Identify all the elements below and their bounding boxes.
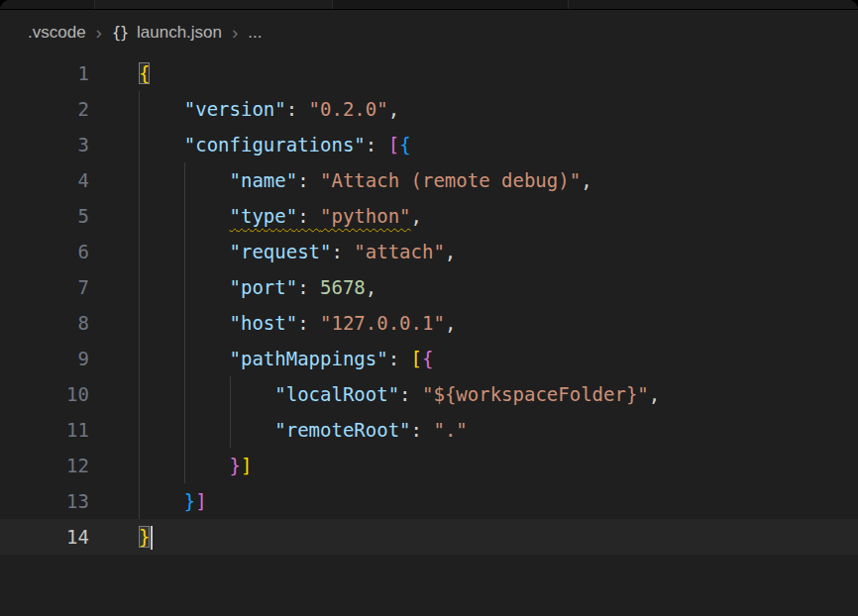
code-token: : (286, 98, 309, 120)
editor-line[interactable]: 9"pathMappings": [{ (0, 341, 858, 376)
tab-strip-segment (95, 0, 333, 9)
line-number[interactable]: 14 (0, 519, 89, 555)
code-token: , (388, 98, 399, 120)
line-number[interactable]: 2 (0, 91, 89, 127)
code-line: "localRoot": "${workspaceFolder}", (139, 376, 660, 412)
editor-line[interactable]: 4"name": "Attach (remote debug)", (0, 162, 858, 198)
code-token: , (366, 276, 376, 298)
indent-spacer (139, 400, 274, 401)
editor-line[interactable]: 12}] (0, 448, 858, 483)
code-line: }] (139, 448, 252, 483)
code-token: : (331, 241, 354, 262)
code-token: "remoteRoot" (274, 419, 410, 441)
code-token: "${workspaceFolder}" (422, 383, 649, 405)
indent-guide (184, 234, 185, 269)
code-token: "attach" (354, 241, 445, 262)
code-token: "python" (320, 205, 411, 227)
code-token: , (581, 169, 591, 191)
indent-guide (139, 162, 140, 198)
indent-guide (184, 376, 185, 412)
code-token: "request" (230, 241, 332, 262)
line-number[interactable]: 13 (0, 483, 89, 519)
line-number[interactable]: 1 (0, 55, 89, 91)
editor-line[interactable]: 6"request": "attach", (0, 234, 858, 269)
code-token: "configurations" (184, 134, 366, 155)
editor-lines: 1{2"version": "0.2.0",3"configurations":… (0, 55, 858, 555)
code-token: "type" (230, 205, 298, 227)
code-token: [ (411, 348, 422, 369)
code-token: , (649, 383, 660, 405)
indent-guide (139, 127, 140, 162)
editor-line[interactable]: 1{ (0, 55, 858, 91)
breadcrumb-symbol-more[interactable]: ... (248, 23, 262, 43)
editor-line[interactable]: 5"type": "python", (0, 198, 858, 234)
tab-strip-segment (0, 0, 95, 9)
code-token: : (366, 134, 388, 155)
breadcrumb-file[interactable]: launch.json (137, 23, 222, 43)
line-number[interactable]: 4 (0, 162, 89, 198)
editor-line[interactable]: 11"remoteRoot": "." (0, 412, 858, 448)
code-line: "pathMappings": [{ (139, 341, 433, 376)
indent-guide (139, 376, 140, 412)
code-token: "version" (184, 98, 286, 120)
breadcrumb-folder[interactable]: .vscode (28, 23, 86, 43)
indent-guide (139, 483, 140, 519)
code-token: , (411, 205, 422, 227)
indent-guide (139, 448, 140, 483)
code-token: : (411, 419, 434, 441)
code-token: "localRoot" (274, 383, 399, 405)
code-token: "." (433, 419, 467, 441)
code-token: "name" (230, 169, 298, 191)
indent-guide (184, 198, 185, 234)
code-token: "pathMappings" (230, 348, 388, 369)
code-token: ] (241, 455, 252, 476)
code-line: { (139, 55, 150, 91)
code-token: { (399, 134, 410, 155)
line-number[interactable]: 3 (0, 127, 89, 162)
breadcrumb: .vscode › {} launch.json › ... (0, 10, 858, 55)
editor-line[interactable]: 7"port": 5678, (0, 269, 858, 305)
code-token: , (445, 241, 456, 262)
indent-guide (184, 412, 185, 448)
line-number[interactable]: 11 (0, 412, 89, 448)
indent-guide (184, 269, 185, 305)
editor-line[interactable]: 13}] (0, 483, 858, 519)
code-token: { (422, 348, 433, 369)
code-token: : (388, 348, 411, 369)
editor-line[interactable]: 2"version": "0.2.0", (0, 91, 858, 127)
indent-guide (184, 341, 185, 376)
chevron-right-icon: › (95, 22, 103, 44)
line-number[interactable]: 12 (0, 448, 89, 483)
editor-line[interactable]: 14} (0, 519, 858, 555)
line-number[interactable]: 8 (0, 305, 89, 341)
indent-spacer (139, 436, 274, 437)
line-number[interactable]: 10 (0, 376, 89, 412)
indent-guide (139, 341, 140, 376)
indent-guide (139, 198, 140, 234)
code-token: "port" (230, 276, 298, 298)
line-number[interactable]: 6 (0, 234, 89, 269)
indent-guide (139, 305, 140, 341)
code-token: { (139, 62, 150, 84)
titlebar (0, 0, 858, 10)
indent-guide (139, 234, 140, 269)
indent-guide (139, 91, 140, 127)
editor-line[interactable]: 3"configurations": [{ (0, 127, 858, 162)
indent-spacer (139, 151, 184, 152)
indent-spacer (139, 115, 184, 116)
editor[interactable]: 1{2"version": "0.2.0",3"configurations":… (0, 55, 858, 555)
json-file-icon: {} (112, 24, 128, 42)
indent-spacer (139, 507, 184, 508)
code-token: 5678 (320, 276, 366, 298)
code-token: "host" (230, 312, 298, 334)
code-token: : (297, 205, 320, 227)
editor-line[interactable]: 8"host": "127.0.0.1", (0, 305, 858, 341)
line-number[interactable]: 9 (0, 341, 89, 376)
line-number[interactable]: 5 (0, 198, 89, 234)
code-token: "Attach (remote debug)" (320, 169, 581, 191)
text-cursor (151, 526, 153, 550)
editor-line[interactable]: 10"localRoot": "${workspaceFolder}", (0, 376, 858, 412)
code-token: "127.0.0.1" (320, 312, 445, 334)
tab-strip-segment (333, 0, 569, 9)
line-number[interactable]: 7 (0, 269, 89, 305)
